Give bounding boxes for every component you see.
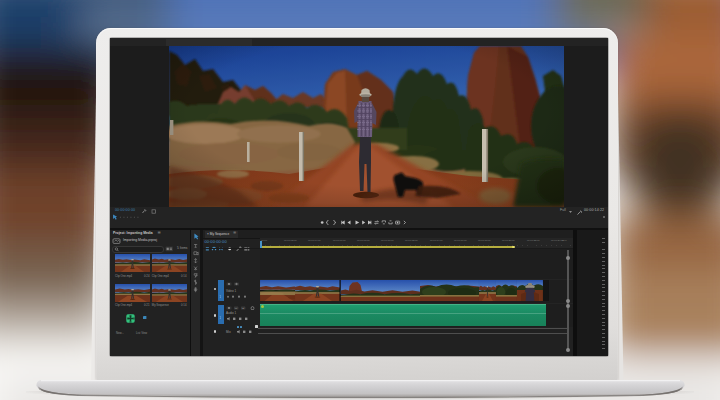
svg-text:M: M <box>235 307 237 310</box>
